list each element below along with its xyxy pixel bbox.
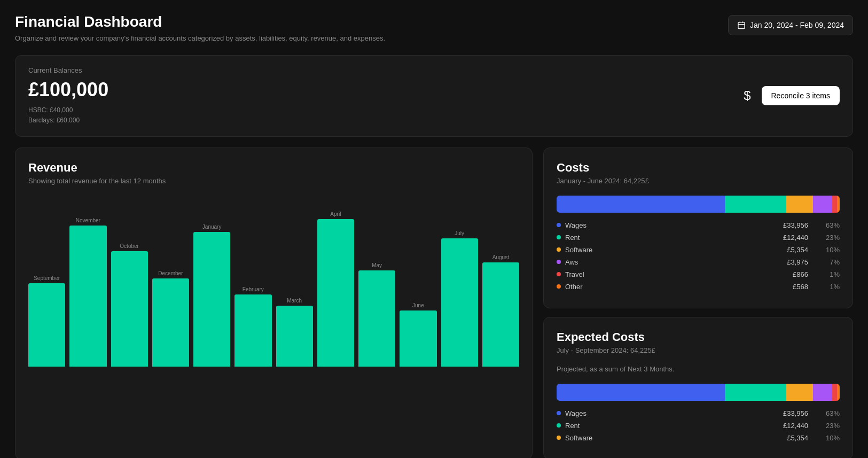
- page-subtitle: Organize and review your company's finan…: [15, 34, 385, 42]
- cost-dot: [557, 223, 561, 227]
- cost-row-left: Software: [557, 434, 621, 442]
- expected-items-list: Wages £33,956 63% Rent £12,440 23% Softw…: [557, 409, 840, 442]
- cost-row-left: Other: [557, 283, 621, 291]
- bar-group: October: [111, 243, 148, 367]
- bar: [152, 278, 189, 367]
- expected-stacked-bar: [557, 384, 840, 401]
- cost-row-left: Rent: [557, 422, 621, 430]
- expected-costs-period: July - September 2024: 64,225£: [557, 346, 840, 354]
- cost-dot: [557, 247, 561, 252]
- bar: [28, 283, 65, 367]
- page-title: Financial Dashboard: [15, 13, 385, 31]
- bar-group: May: [358, 262, 395, 367]
- bar-label: August: [492, 254, 509, 260]
- stacked-segment: [837, 196, 840, 213]
- bar-group: July: [441, 230, 478, 367]
- cost-amount: £12,440: [621, 234, 808, 242]
- bar-label: April: [330, 211, 341, 217]
- cost-amount: £33,956: [621, 221, 808, 229]
- cost-amount: £5,354: [621, 434, 808, 442]
- stacked-segment: [786, 384, 813, 401]
- cost-dot: [557, 423, 561, 428]
- stacked-segment: [725, 384, 786, 401]
- cost-label: Aws: [565, 258, 578, 266]
- bar-label: October: [120, 243, 139, 249]
- stacked-segment: [813, 196, 832, 213]
- cost-row-left: Software: [557, 246, 621, 254]
- main-grid: Revenue Showing total revenue for the la…: [15, 148, 853, 458]
- bar-group: June: [400, 302, 436, 367]
- cost-label: Wages: [565, 409, 587, 417]
- cost-row: Software £5,354 10%: [557, 246, 840, 254]
- cost-row: Wages £33,956 63%: [557, 409, 840, 417]
- bar: [234, 294, 271, 367]
- bar-group: December: [152, 270, 189, 367]
- bar: [317, 219, 354, 367]
- cost-row: Rent £12,440 23%: [557, 234, 840, 242]
- costs-title: Costs: [557, 161, 840, 175]
- cost-pct: 23%: [821, 422, 840, 430]
- cost-dot: [557, 436, 561, 440]
- cost-dot: [557, 411, 561, 415]
- stacked-segment: [557, 384, 725, 401]
- costs-stacked-bar: [557, 196, 840, 213]
- bar: [111, 251, 148, 367]
- header-left: Financial Dashboard Organize and review …: [15, 13, 385, 42]
- date-range-button[interactable]: Jan 20, 2024 - Feb 09, 2024: [728, 15, 853, 35]
- cost-label: Travel: [565, 270, 584, 278]
- expected-costs-title: Expected Costs: [557, 330, 840, 344]
- revenue-title: Revenue: [28, 161, 519, 175]
- cost-pct: 63%: [821, 221, 840, 229]
- bar-label: December: [158, 270, 183, 276]
- cost-amount: £568: [621, 283, 808, 291]
- bar-label: July: [455, 230, 464, 236]
- cost-label: Other: [565, 283, 583, 291]
- bar-group: November: [69, 218, 106, 367]
- revenue-card: Revenue Showing total revenue for the la…: [15, 148, 533, 458]
- balance-left: Current Balances £100,000 HSBC: £40,000 …: [28, 66, 108, 126]
- cost-row-left: Wages: [557, 221, 621, 229]
- bar-group: March: [276, 298, 313, 367]
- date-range-label: Jan 20, 2024 - Feb 09, 2024: [750, 21, 844, 29]
- bar: [441, 238, 478, 367]
- bar-label: September: [34, 275, 60, 281]
- balance-label: Current Balances: [28, 66, 108, 74]
- balance-right: $ Reconcile 3 items: [744, 86, 840, 105]
- bar-label: November: [76, 218, 100, 223]
- costs-header: Costs January - June 2024: 64,225£: [557, 161, 840, 185]
- bar: [482, 262, 519, 367]
- cost-pct: 63%: [821, 409, 840, 417]
- cost-label: Rent: [565, 234, 580, 242]
- dollar-icon: $: [744, 88, 750, 103]
- bar: [69, 226, 106, 367]
- reconcile-button[interactable]: Reconcile 3 items: [762, 86, 840, 105]
- stacked-segment: [832, 196, 837, 213]
- bar-group: April: [317, 211, 354, 367]
- cost-row: Travel £866 1%: [557, 270, 840, 278]
- expected-costs-header: Expected Costs July - September 2024: 64…: [557, 330, 840, 373]
- cost-dot: [557, 235, 561, 239]
- cost-row-left: Aws: [557, 258, 621, 266]
- bar-label: May: [372, 262, 382, 268]
- cost-pct: 23%: [821, 234, 840, 242]
- bar: [400, 310, 436, 367]
- costs-card: Costs January - June 2024: 64,225£ Wages…: [543, 148, 853, 308]
- bar: [276, 306, 313, 367]
- cost-pct: 10%: [821, 246, 840, 254]
- bar-group: August: [482, 254, 519, 367]
- stacked-segment: [557, 196, 725, 213]
- cost-pct: 1%: [821, 270, 840, 278]
- bar: [193, 232, 230, 367]
- right-column: Costs January - June 2024: 64,225£ Wages…: [543, 148, 853, 458]
- bar-label: February: [243, 286, 264, 292]
- cost-pct: 10%: [821, 434, 840, 442]
- bar-label: January: [202, 224, 222, 230]
- svg-rect-0: [738, 22, 745, 29]
- stacked-segment: [786, 196, 813, 213]
- hsbc-balance: HSBC: £40,000: [28, 105, 108, 115]
- cost-row-left: Wages: [557, 409, 621, 417]
- cost-row: Other £568 1%: [557, 283, 840, 291]
- bar-group: January: [193, 224, 230, 367]
- current-balances-card: Current Balances £100,000 HSBC: £40,000 …: [15, 55, 853, 137]
- cost-row: Software £5,354 10%: [557, 434, 840, 442]
